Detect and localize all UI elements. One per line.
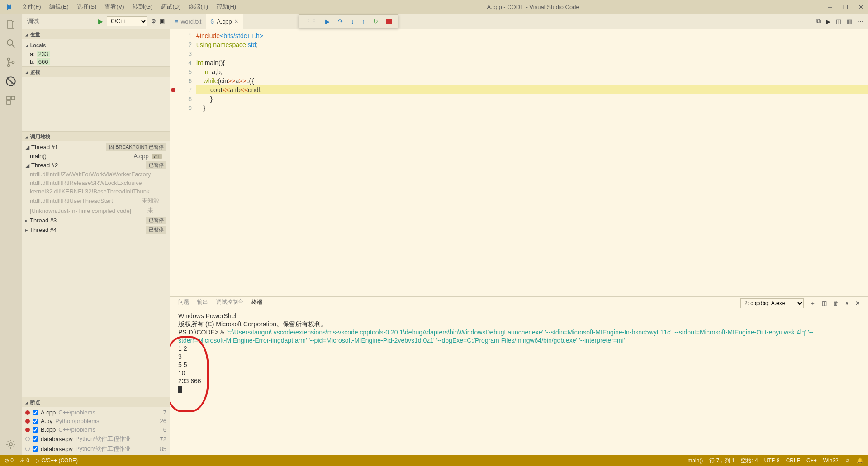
thread-header[interactable]: ◢Thread #2已暂停 bbox=[22, 160, 170, 170]
status-item[interactable]: ⚠ 0 bbox=[20, 457, 29, 464]
source-control-icon[interactable] bbox=[5, 56, 17, 69]
menu-item[interactable]: 查看(V) bbox=[101, 1, 128, 13]
breakpoint-checkbox[interactable] bbox=[33, 410, 38, 415]
svg-point-0 bbox=[7, 40, 13, 45]
stack-frame[interactable]: main()A.cpp7:1 bbox=[22, 152, 170, 160]
menu-item[interactable]: 调试(D) bbox=[157, 1, 184, 13]
menu-item[interactable]: 选择(S) bbox=[73, 1, 100, 13]
menu-item[interactable]: 终端(T) bbox=[185, 1, 212, 13]
close-icon[interactable]: ✕ bbox=[857, 3, 864, 10]
breakpoint-row[interactable]: B.cppC++\problems6 bbox=[22, 425, 170, 434]
svg-point-2 bbox=[8, 58, 10, 61]
stack-frame[interactable]: ntdll.dll!ntdll!RtlReleaseSRWLockExclusi… bbox=[22, 179, 170, 187]
status-item[interactable]: Win32 bbox=[823, 457, 839, 465]
breakpoint-row[interactable]: A.cppC++\problems7 bbox=[22, 408, 170, 417]
menu-item[interactable]: 帮助(H) bbox=[213, 1, 240, 13]
split-terminal-icon[interactable]: ◫ bbox=[822, 300, 827, 306]
terminal-line: 3 bbox=[178, 353, 860, 361]
variables-header[interactable]: ◢变量 bbox=[22, 29, 170, 39]
bottom-panel: 问题输出调试控制台终端 2: cppdbg: A.exe ＋ ◫ 🗑 ∧ ✕ W… bbox=[170, 296, 868, 455]
layout-icon[interactable]: ▥ bbox=[847, 18, 852, 25]
status-item[interactable]: 🔔 bbox=[857, 457, 863, 465]
variable-row[interactable]: b: 666 bbox=[22, 58, 170, 66]
svg-rect-7 bbox=[7, 96, 10, 100]
new-terminal-icon[interactable]: ＋ bbox=[810, 300, 816, 307]
terminal-select[interactable]: 2: cppdbg: A.exe bbox=[740, 298, 804, 308]
status-item[interactable]: ☺ bbox=[845, 457, 850, 465]
restart-icon[interactable]: ↻ bbox=[373, 18, 378, 25]
watch-header[interactable]: ◢监视 bbox=[22, 67, 170, 77]
terminal[interactable]: Windows PowerShell版权所有 (C) Microsoft Cor… bbox=[170, 310, 868, 455]
more-icon[interactable]: ⋯ bbox=[858, 18, 863, 25]
breakpoint-checkbox[interactable] bbox=[33, 427, 38, 433]
debug-config-select[interactable]: C/C++ bbox=[107, 16, 147, 26]
minimize-icon[interactable]: ─ bbox=[826, 3, 834, 10]
status-item[interactable]: CRLF bbox=[786, 457, 800, 465]
config-gear-icon[interactable]: ⚙ bbox=[151, 18, 156, 24]
explorer-icon[interactable] bbox=[5, 18, 17, 31]
breakpoint-glyph-icon[interactable] bbox=[171, 88, 175, 92]
stack-frame[interactable]: ntdll.dll!ntdll!RtlUserThreadStart未知源 bbox=[22, 196, 170, 206]
start-debug-icon[interactable]: ▶ bbox=[98, 18, 103, 25]
step-into-icon[interactable]: ↓ bbox=[351, 18, 354, 25]
thread-header[interactable]: ▸Thread #4已暂停 bbox=[22, 225, 170, 235]
stack-frame[interactable]: kernel32.dll!KERNEL32!BaseThreadInitThun… bbox=[22, 187, 170, 196]
menu-item[interactable]: 转到(G) bbox=[129, 1, 157, 13]
panel-tab[interactable]: 输出 bbox=[197, 298, 208, 308]
callstack-header[interactable]: ◢调用堆栈 bbox=[22, 132, 170, 141]
settings-gear-icon[interactable] bbox=[5, 438, 17, 451]
panel-tab[interactable]: 调试控制台 bbox=[216, 298, 243, 308]
maximize-panel-icon[interactable]: ∧ bbox=[845, 300, 849, 306]
close-panel-icon[interactable]: ✕ bbox=[855, 300, 860, 306]
breakpoint-checkbox[interactable] bbox=[33, 446, 38, 452]
panel-tab[interactable]: 问题 bbox=[178, 298, 189, 308]
breakpoint-checkbox[interactable] bbox=[33, 419, 38, 424]
kill-terminal-icon[interactable]: 🗑 bbox=[833, 300, 839, 306]
extensions-icon[interactable] bbox=[5, 94, 17, 107]
breakpoint-row[interactable]: A.pyPython\problems26 bbox=[22, 417, 170, 425]
maximize-icon[interactable]: ❐ bbox=[842, 3, 849, 10]
split-editor-icon[interactable]: ◫ bbox=[836, 18, 841, 25]
run-icon[interactable]: ▶ bbox=[826, 18, 830, 25]
debug-console-icon[interactable]: ▣ bbox=[160, 18, 165, 24]
editor-tabs: ≡word.txtGA.cpp× ⧉ ▶ ◫ ▥ ⋯ bbox=[170, 14, 868, 29]
step-out-icon[interactable]: ↑ bbox=[362, 18, 365, 25]
breakpoint-dot-icon bbox=[25, 410, 30, 415]
menu-item[interactable]: 文件(F) bbox=[18, 1, 45, 13]
drag-handle-icon[interactable]: ⋮⋮ bbox=[305, 18, 317, 25]
breakpoint-checkbox[interactable] bbox=[33, 436, 38, 442]
debug-icon[interactable] bbox=[5, 75, 17, 88]
stop-icon[interactable] bbox=[386, 19, 392, 24]
code-editor[interactable]: 123456789 #include<bits/stdc++.h>using n… bbox=[170, 29, 868, 296]
thread-header[interactable]: ▸Thread #3已暂停 bbox=[22, 216, 170, 225]
thread-header[interactable]: ◢Thread #1因 BREAKPOINT 已暂停 bbox=[22, 142, 170, 152]
status-item[interactable]: 空格: 4 bbox=[741, 457, 758, 465]
variable-row[interactable]: a: 233 bbox=[22, 50, 170, 58]
editor-tab[interactable]: GA.cpp× bbox=[206, 14, 242, 29]
breakpoint-row[interactable]: database.pyPython\软件工程作业85 bbox=[22, 444, 170, 454]
status-item[interactable]: main() bbox=[688, 457, 703, 465]
step-over-icon[interactable]: ↷ bbox=[338, 18, 343, 25]
stack-frame[interactable]: [Unknown/Just-In-Time compiled code]未… bbox=[22, 206, 170, 216]
status-item[interactable]: C++ bbox=[806, 457, 817, 465]
minimap[interactable] bbox=[832, 31, 868, 85]
status-item[interactable]: ▷ C/C++ (CODE) bbox=[36, 457, 78, 464]
status-item[interactable]: 行 7，列 1 bbox=[709, 457, 735, 465]
breakpoint-row[interactable]: database.pyPython\软件工程作业72 bbox=[22, 434, 170, 444]
menu-item[interactable]: 编辑(E) bbox=[46, 1, 72, 13]
panel-tab[interactable]: 终端 bbox=[251, 298, 262, 308]
locals-header[interactable]: ◢Locals bbox=[22, 40, 170, 50]
status-item[interactable]: UTF-8 bbox=[764, 457, 780, 465]
continue-icon[interactable]: ▶ bbox=[325, 18, 330, 25]
search-icon[interactable] bbox=[5, 37, 17, 50]
close-tab-icon[interactable]: × bbox=[234, 18, 238, 25]
terminal-line: 233 666 bbox=[178, 377, 860, 385]
compare-icon[interactable]: ⧉ bbox=[816, 18, 821, 25]
stack-frame[interactable]: ntdll.dll!ntdll!ZwWaitForWorkViaWorkerFa… bbox=[22, 170, 170, 179]
debug-toolbar[interactable]: ⋮⋮ ▶ ↷ ↓ ↑ ↻ bbox=[299, 14, 398, 28]
file-icon: G bbox=[210, 18, 214, 25]
status-item[interactable]: ⊘ 0 bbox=[5, 457, 14, 464]
editor-tab[interactable]: ≡word.txt bbox=[170, 14, 206, 29]
breakpoints-header[interactable]: ◢断点 bbox=[22, 397, 170, 407]
terminal-line: 5 5 bbox=[178, 361, 860, 369]
